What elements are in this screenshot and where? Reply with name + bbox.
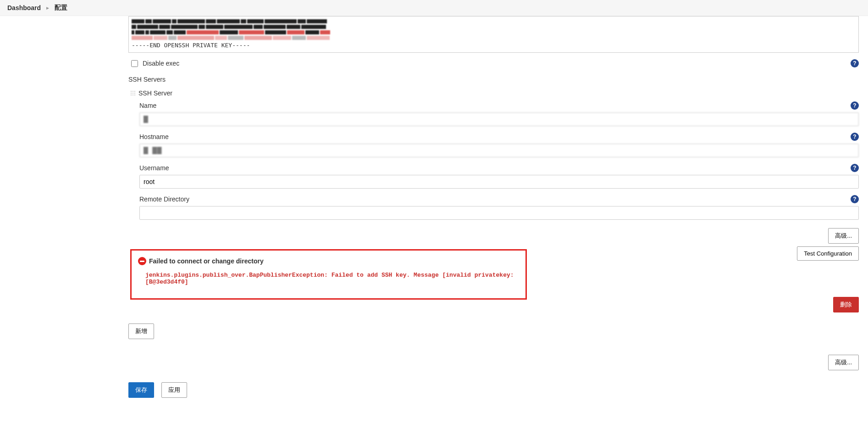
username-input[interactable] bbox=[139, 175, 859, 189]
disable-exec-label: Disable exec bbox=[143, 60, 179, 67]
advanced-button[interactable]: 高级... bbox=[828, 228, 859, 244]
svg-point-6 bbox=[131, 95, 132, 95]
svg-point-3 bbox=[131, 93, 132, 94]
chevron-right-icon: ▸ bbox=[46, 5, 49, 11]
help-icon[interactable]: ? bbox=[851, 101, 859, 110]
svg-point-7 bbox=[133, 95, 133, 95]
breadcrumb-config[interactable]: 配置 bbox=[55, 4, 67, 12]
hostname-label: Hostname bbox=[139, 133, 169, 140]
remote-directory-label: Remote Directory bbox=[139, 195, 189, 203]
name-label: Name bbox=[139, 102, 156, 109]
field-username: Username ? bbox=[130, 164, 859, 189]
advanced-bottom-button[interactable]: 高级... bbox=[828, 355, 859, 370]
delete-button[interactable]: 删除 bbox=[833, 297, 859, 312]
test-configuration-button[interactable]: Test Configuration bbox=[797, 246, 859, 261]
name-input[interactable] bbox=[139, 112, 859, 126]
ssh-server-label: SSH Server bbox=[138, 89, 172, 97]
footer-actions: 保存 应用 bbox=[128, 379, 859, 416]
hostname-input[interactable] bbox=[139, 144, 859, 157]
svg-point-0 bbox=[131, 91, 132, 92]
field-hostname: Hostname ? bbox=[130, 133, 859, 157]
save-button[interactable]: 保存 bbox=[128, 382, 154, 398]
add-button[interactable]: 新增 bbox=[128, 323, 154, 339]
field-remote-directory: Remote Directory ? bbox=[130, 195, 859, 220]
breadcrumb: Dashboard ▸ 配置 bbox=[0, 0, 868, 16]
error-box: Failed to connect or change directory je… bbox=[130, 249, 527, 300]
svg-point-1 bbox=[133, 91, 133, 92]
error-title: Failed to connect or change directory bbox=[149, 257, 264, 265]
svg-point-2 bbox=[134, 91, 135, 92]
help-icon[interactable]: ? bbox=[851, 195, 859, 203]
svg-point-5 bbox=[134, 93, 135, 94]
disable-exec-row: Disable exec ? bbox=[128, 53, 859, 74]
apply-button[interactable]: 应用 bbox=[161, 382, 187, 398]
private-key-textarea[interactable]: -----END OPENSSH PRIVATE KEY----- bbox=[128, 16, 859, 53]
breadcrumb-dashboard[interactable]: Dashboard bbox=[7, 4, 41, 11]
error-body: jenkins.plugins.publish_over.BapPublishe… bbox=[138, 265, 519, 285]
help-icon[interactable]: ? bbox=[851, 133, 859, 141]
username-label: Username bbox=[139, 164, 169, 172]
main-content: -----END OPENSSH PRIVATE KEY----- Disabl… bbox=[128, 16, 859, 416]
ssh-servers-heading: SSH Servers bbox=[128, 74, 859, 88]
help-icon[interactable]: ? bbox=[851, 59, 859, 67]
svg-point-4 bbox=[133, 93, 133, 94]
private-key-end-marker: -----END OPENSSH PRIVATE KEY----- bbox=[132, 41, 856, 50]
ssh-server-block: SSH Server Name ? Hostname ? Username ? bbox=[128, 88, 859, 312]
error-icon bbox=[138, 257, 146, 265]
field-name: Name ? bbox=[130, 101, 859, 126]
disable-exec-checkbox[interactable] bbox=[131, 60, 138, 67]
svg-point-8 bbox=[134, 95, 135, 95]
help-icon[interactable]: ? bbox=[851, 164, 859, 172]
drag-handle-icon[interactable] bbox=[130, 90, 136, 96]
remote-directory-input[interactable] bbox=[139, 206, 859, 220]
